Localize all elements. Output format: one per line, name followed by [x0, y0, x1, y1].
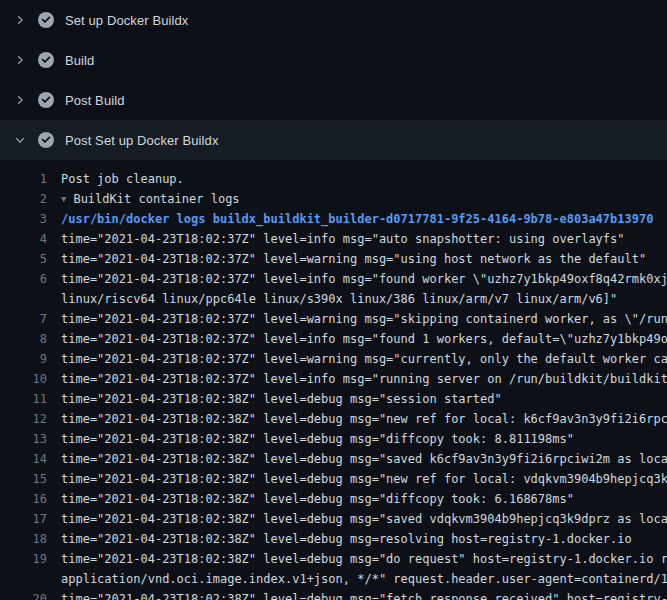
log-line-text: time="2021-04-23T18:02:38Z" level=debug … [61, 589, 667, 600]
section-chevron[interactable] [12, 132, 28, 148]
log-line-text: time="2021-04-23T18:02:37Z" level=info m… [61, 229, 667, 249]
log-line[interactable]: ▼ application/vnd.oci.image.index.v1+jso… [0, 569, 667, 589]
log-line-number[interactable]: 2 [0, 189, 47, 209]
step-section-post-build[interactable]: Post Build [0, 80, 667, 120]
log-line-text: time="2021-04-23T18:02:37Z" level=warnin… [61, 249, 667, 269]
step-section-post-set-up-docker-buildx[interactable]: Post Set up Docker Buildx [0, 120, 667, 160]
step-section-set-up-docker-buildx[interactable]: Set up Docker Buildx [0, 0, 667, 40]
log-line-number[interactable]: 6 [0, 269, 47, 289]
log-line-number[interactable]: 8 [0, 329, 47, 349]
log-line-number[interactable]: 14 [0, 449, 47, 469]
log-line-text: time="2021-04-23T18:02:37Z" level=warnin… [61, 309, 667, 329]
log-line[interactable]: 7 ▼ time="2021-04-23T18:02:37Z" level=wa… [0, 309, 667, 329]
log-line-number[interactable]: 10 [0, 369, 47, 389]
log-line[interactable]: 17 ▼ time="2021-04-23T18:02:38Z" level=d… [0, 509, 667, 529]
log-line[interactable]: 1 ▼ Post job cleanup. [0, 169, 667, 189]
step-section-label: Set up Docker Buildx [65, 13, 188, 28]
log-line-text: time="2021-04-23T18:02:38Z" level=debug … [61, 509, 667, 529]
log-line[interactable]: ▼ linux/riscv64 linux/ppc64le linux/s390… [0, 289, 667, 309]
log-line[interactable]: 16 ▼ time="2021-04-23T18:02:38Z" level=d… [0, 489, 667, 509]
log-line-number[interactable]: 7 [0, 309, 47, 329]
triangle-down-icon[interactable]: ▼ [61, 189, 66, 209]
log-line-number[interactable]: 3 [0, 209, 47, 229]
log-line-text: time="2021-04-23T18:02:38Z" level=debug … [61, 429, 667, 449]
log-line-text: time="2021-04-23T18:02:37Z" level=info m… [61, 329, 667, 349]
log-line-text: time="2021-04-23T18:02:38Z" level=debug … [61, 449, 667, 469]
log-line-number[interactable]: 18 [0, 529, 47, 549]
log-line-number[interactable]: 20 [0, 589, 47, 600]
log-line[interactable]: 12 ▼ time="2021-04-23T18:02:38Z" level=d… [0, 409, 667, 429]
log-line-number[interactable]: 5 [0, 249, 47, 269]
log-line[interactable]: 13 ▼ time="2021-04-23T18:02:38Z" level=d… [0, 429, 667, 449]
log-line-text: time="2021-04-23T18:02:37Z" level=info m… [61, 369, 667, 389]
section-chevron[interactable] [12, 52, 28, 68]
log-line[interactable]: 9 ▼ time="2021-04-23T18:02:37Z" level=wa… [0, 349, 667, 369]
log-line[interactable]: 18 ▼ time="2021-04-23T18:02:38Z" level=d… [0, 529, 667, 549]
log-line-text: time="2021-04-23T18:02:37Z" level=info m… [61, 269, 667, 289]
step-section-label: Post Build [65, 93, 125, 108]
log-line[interactable]: 6 ▼ time="2021-04-23T18:02:37Z" level=in… [0, 269, 667, 289]
log-line[interactable]: 11 ▼ time="2021-04-23T18:02:38Z" level=d… [0, 389, 667, 409]
chevron-right-icon[interactable] [14, 54, 26, 66]
check-circle-icon [38, 12, 54, 28]
log-line-text: BuildKit container logs [73, 189, 667, 209]
log-line[interactable]: 20 ▼ time="2021-04-23T18:02:38Z" level=d… [0, 589, 667, 600]
log-line[interactable]: 10 ▼ time="2021-04-23T18:02:37Z" level=i… [0, 369, 667, 389]
log-line-text: time="2021-04-23T18:02:38Z" level=debug … [61, 389, 667, 409]
check-circle-icon [38, 52, 54, 68]
step-section-label: Post Set up Docker Buildx [65, 133, 219, 148]
step-section-build[interactable]: Build [0, 40, 667, 80]
log-line-text: time="2021-04-23T18:02:38Z" level=debug … [61, 549, 667, 569]
log-line[interactable]: 8 ▼ time="2021-04-23T18:02:37Z" level=in… [0, 329, 667, 349]
log-line-number[interactable]: 11 [0, 389, 47, 409]
log-line-text: /usr/bin/docker logs buildx_buildkit_bui… [61, 209, 667, 229]
log-line-number[interactable]: 9 [0, 349, 47, 369]
log-line[interactable]: 14 ▼ time="2021-04-23T18:02:38Z" level=d… [0, 449, 667, 469]
step-section-list: Set up Docker Buildx Build [0, 0, 667, 160]
log-line[interactable]: 4 ▼ time="2021-04-23T18:02:37Z" level=in… [0, 229, 667, 249]
log-line-text: time="2021-04-23T18:02:38Z" level=debug … [61, 489, 667, 509]
log-line-number[interactable] [0, 289, 47, 309]
log-line-number[interactable]: 12 [0, 409, 47, 429]
job-logs-panel: Set up Docker Buildx Build [0, 0, 667, 600]
log-line-text: linux/riscv64 linux/ppc64le linux/s390x … [61, 289, 667, 309]
log-line-number[interactable]: 15 [0, 469, 47, 489]
log-line[interactable]: 19 ▼ time="2021-04-23T18:02:38Z" level=d… [0, 549, 667, 569]
log-line-number[interactable]: 16 [0, 489, 47, 509]
log-line-text: time="2021-04-23T18:02:38Z" level=debug … [61, 409, 667, 429]
chevron-right-icon[interactable] [14, 94, 26, 106]
log-line-number[interactable]: 1 [0, 169, 47, 189]
log-line-text: Post job cleanup. [61, 169, 667, 189]
chevron-right-icon[interactable] [14, 14, 26, 26]
log-line-number[interactable]: 4 [0, 229, 47, 249]
log-line-text: time="2021-04-23T18:02:37Z" level=warnin… [61, 349, 667, 369]
log-line[interactable]: 5 ▼ time="2021-04-23T18:02:37Z" level=wa… [0, 249, 667, 269]
log-line[interactable]: 15 ▼ time="2021-04-23T18:02:38Z" level=d… [0, 469, 667, 489]
check-circle-icon [38, 132, 54, 148]
log-lines: 1 ▼ Post job cleanup. 2 ▼ BuildKit conta… [0, 160, 667, 600]
chevron-down-icon[interactable] [14, 134, 26, 146]
section-chevron[interactable] [12, 92, 28, 108]
log-line-number[interactable]: 19 [0, 549, 47, 569]
log-line-text: time="2021-04-23T18:02:38Z" level=debug … [61, 529, 667, 549]
log-line-text: application/vnd.oci.image.index.v1+json,… [61, 569, 667, 589]
log-line[interactable]: 2 ▼ BuildKit container logs [0, 189, 667, 209]
section-chevron[interactable] [12, 12, 28, 28]
log-line-number[interactable]: 13 [0, 429, 47, 449]
log-line-number[interactable]: 17 [0, 509, 47, 529]
log-line[interactable]: 3 ▼ /usr/bin/docker logs buildx_buildkit… [0, 209, 667, 229]
log-line-number[interactable] [0, 569, 47, 589]
log-line-text: time="2021-04-23T18:02:38Z" level=debug … [61, 469, 667, 489]
step-section-label: Build [65, 53, 94, 68]
check-circle-icon [38, 92, 54, 108]
